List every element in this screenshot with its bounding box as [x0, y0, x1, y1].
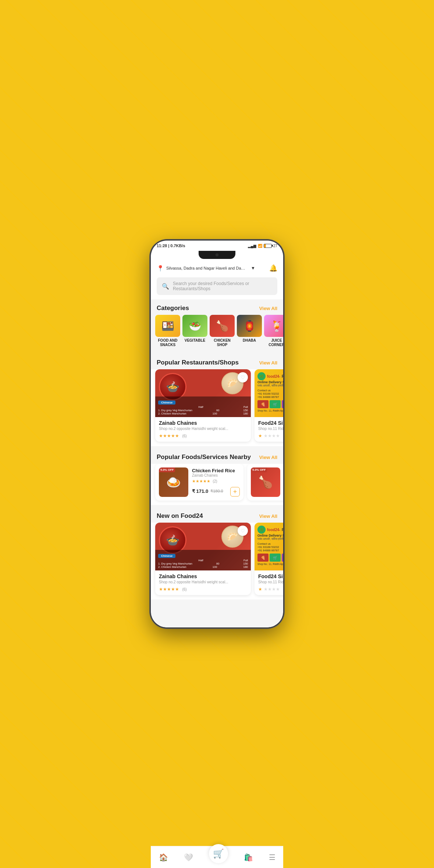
category-img-food: 🍱: [155, 315, 180, 337]
restaurant-name-food24: Food24 Silvassa: [258, 420, 283, 426]
food-reviews-rice: (2): [213, 479, 217, 483]
restaurant-img-zainab: 🍲 🥟 Chinese HalfFull: [155, 369, 251, 417]
location-text: Silvassa, Dadra and Nagar Haveli and Dam…: [166, 266, 247, 270]
category-item-veg[interactable]: 🥗 VEGITABLE: [182, 315, 207, 347]
restaurant-info-zainab: Zainab Chaines Shop no.2 opposite Harisi…: [155, 417, 251, 442]
category-label-juice: JUICECORNER: [268, 338, 283, 347]
new-food24-view-all[interactable]: View All: [259, 513, 277, 519]
new-food24-row: 🍲 🥟 Chinese HalfFull 1. Dry grey V: [151, 523, 283, 600]
new-wishlist-btn-zainab[interactable]: ♡: [238, 526, 248, 536]
categories-title: Categories: [157, 305, 189, 312]
status-bar: 11:28 | 0.7KB/s ▂▄▆ 📶 27: [151, 241, 283, 251]
food-img-chicken-wrap: 🍗 5.0% OFF: [251, 467, 280, 497]
new-restaurant-card-zainab[interactable]: 🍲 🥟 Chinese HalfFull 1. Dry grey V: [155, 523, 251, 595]
foods-nearby-header: Popular Foods/Services Nearby View All: [151, 448, 283, 464]
food-price-rice: ₹ 171.0: [192, 488, 208, 494]
new-stars-food24: ★: [258, 587, 262, 592]
food24-overlay: 🌿 food24-FOOD24.LIV Online Delivery Serv…: [255, 369, 283, 417]
restaurants-section: Popular Restaurants/Shops View All 🍲 🥟: [151, 354, 283, 446]
stars-food24: ★: [258, 433, 262, 438]
status-icons: ▂▄▆ 📶 27: [248, 244, 277, 248]
foods-row: 🍛 5.0% OFF Chicken Fried Rice Zainab Cha…: [151, 464, 283, 505]
battery-percent: 27: [273, 244, 277, 248]
restaurant-card-zainab[interactable]: 🍲 🥟 Chinese HalfFull: [155, 369, 251, 442]
categories-section: Categories View All 🍱 FOOD ANDSNACKS: [151, 299, 283, 352]
categories-header: Categories View All: [151, 299, 283, 315]
off-badge-rice: 5.0% OFF: [159, 467, 175, 472]
new-restaurant-addr-zainab: Shop no.2 opposite Harisidhi weight scal…: [159, 580, 247, 584]
foods-nearby-view-all[interactable]: View All: [259, 455, 277, 460]
category-label-food: FOOD ANDSNACKS: [158, 338, 178, 347]
category-img-dhaba: 🏮: [237, 315, 262, 337]
restaurant-addr-food24: Shop no.11 Ridhi Appartment, Secre...: [258, 427, 283, 431]
food-stars-rice: ★★★★★: [192, 479, 210, 483]
category-item-food[interactable]: 🍱 FOOD ANDSNACKS: [155, 315, 180, 347]
categories-row: 🍱 FOOD ANDSNACKS 🥗 VEGITABLE: [151, 315, 283, 352]
battery-icon: [264, 244, 272, 248]
restaurant-img-food24: 🌿 food24-FOOD24.LIV Online Delivery Serv…: [255, 369, 283, 417]
category-label-dhaba: DHABA: [243, 338, 256, 343]
food-name-rice: Chicken Fried Rice: [192, 468, 240, 473]
status-time: 11:28 | 0.7KB/s: [157, 243, 185, 248]
new-restaurant-img-food24: 🌿 food24-FOOD24.LIV Online Delivery Serv…: [255, 523, 283, 570]
category-img-veg: 🥗: [182, 315, 207, 337]
new-restaurant-addr-food24: Shop no.11 Ridhi Appartment, Secre...: [258, 580, 283, 584]
dropdown-icon[interactable]: ▼: [251, 266, 255, 271]
restaurants-title: Popular Restaurants/Shops: [157, 359, 239, 366]
signal-icon: ▂▄▆: [248, 244, 256, 248]
notch-area: [151, 251, 283, 261]
category-item-chicken[interactable]: 🍗 CHICKENSHOP: [210, 315, 235, 347]
new-rating-count-zainab: (6): [182, 587, 186, 591]
restaurants-row: 🍲 🥟 Chinese HalfFull: [151, 369, 283, 446]
search-container: 🔍 Search your desired Foods/Services or …: [151, 275, 283, 299]
search-placeholder: Search your desired Foods/Services or Re…: [173, 281, 272, 291]
foods-nearby-title: Popular Foods/Services Nearby: [157, 453, 251, 461]
notch: [199, 251, 235, 259]
add-btn-rice[interactable]: +: [230, 487, 240, 497]
food-card-rice[interactable]: 🍛 5.0% OFF Chicken Fried Rice Zainab Cha…: [155, 464, 243, 501]
category-label-veg: VEGITABLE: [185, 338, 205, 343]
camera: [216, 253, 218, 256]
restaurants-header: Popular Restaurants/Shops View All: [151, 354, 283, 369]
restaurant-card-food24[interactable]: 🌿 food24-FOOD24.LIV Online Delivery Serv…: [255, 369, 283, 442]
bell-icon[interactable]: 🔔: [269, 264, 277, 272]
restaurants-view-all[interactable]: View All: [259, 360, 277, 366]
new-restaurant-info-food24: Food24 Silvassa Shop no.11 Ridhi Appartm…: [255, 570, 283, 595]
new-restaurant-info-zainab: Zainab Chaines Shop no.2 opposite Harisi…: [155, 570, 251, 595]
new-food24-header: New on Food24 View All: [151, 507, 283, 523]
food-shop-rice: Zainab Chaines: [192, 473, 240, 477]
new-restaurant-card-food24[interactable]: 🌿 food24-FOOD24.LIV Online Delivery Serv…: [255, 523, 283, 595]
food-info-rice: Chicken Fried Rice Zainab Chaines ★★★★★ …: [192, 468, 240, 497]
location-pin-icon: 📍: [157, 265, 164, 272]
search-icon: 🔍: [162, 283, 169, 290]
food-card-chicken[interactable]: 🍗 5.0% OFF Chicke... Zainab ★★★ ₹: [247, 464, 283, 501]
new-food24-section: New on Food24 View All 🍲 🥟 Chi: [151, 507, 283, 600]
stars-zainab: ★★★★★: [159, 433, 179, 438]
wishlist-btn-zainab[interactable]: ♡: [238, 372, 248, 383]
location-bar: 📍 Silvassa, Dadra and Nagar Haveli and D…: [151, 261, 283, 275]
category-item-juice[interactable]: 🍹 JUICECORNER: [264, 315, 283, 347]
restaurant-name-zainab: Zainab Chaines: [159, 420, 247, 426]
new-stars-zainab: ★★★★★: [159, 587, 179, 592]
new-restaurant-name-food24: Food24 Silvassa: [258, 573, 283, 579]
categories-view-all[interactable]: View All: [259, 306, 277, 311]
search-bar[interactable]: 🔍 Search your desired Foods/Services or …: [157, 277, 277, 295]
restaurant-addr-zainab: Shop no.2 opposite Harisidhi weight scal…: [159, 427, 247, 431]
category-item-dhaba[interactable]: 🏮 DHABA: [237, 315, 262, 347]
off-badge-chicken: 5.0% OFF: [251, 467, 267, 472]
new-restaurant-name-zainab: Zainab Chaines: [159, 573, 247, 579]
new-stars-food24-empty: ★★★★: [264, 587, 280, 592]
category-label-chicken: CHICKENSHOP: [214, 338, 231, 347]
foods-nearby-section: Popular Foods/Services Nearby View All 🍛…: [151, 448, 283, 505]
rating-count-zainab: (6): [182, 434, 186, 438]
food-price-row-rice: ₹ 171.0 ₹180.0 +: [192, 485, 240, 497]
food-original-rice: ₹180.0: [210, 489, 223, 494]
new-restaurant-img-zainab: 🍲 🥟 Chinese HalfFull 1. Dry grey V: [155, 523, 251, 570]
main-content: Categories View All 🍱 FOOD ANDSNACKS: [151, 299, 283, 627]
chinese-banner: Chinese: [158, 401, 175, 405]
food-img-rice-wrap: 🍛 5.0% OFF: [159, 467, 188, 497]
new-food24-title: New on Food24: [157, 512, 203, 520]
category-img-chicken: 🍗: [210, 315, 235, 337]
category-img-juice: 🍹: [264, 315, 283, 337]
stars-food24-empty: ★★★★: [264, 433, 280, 438]
